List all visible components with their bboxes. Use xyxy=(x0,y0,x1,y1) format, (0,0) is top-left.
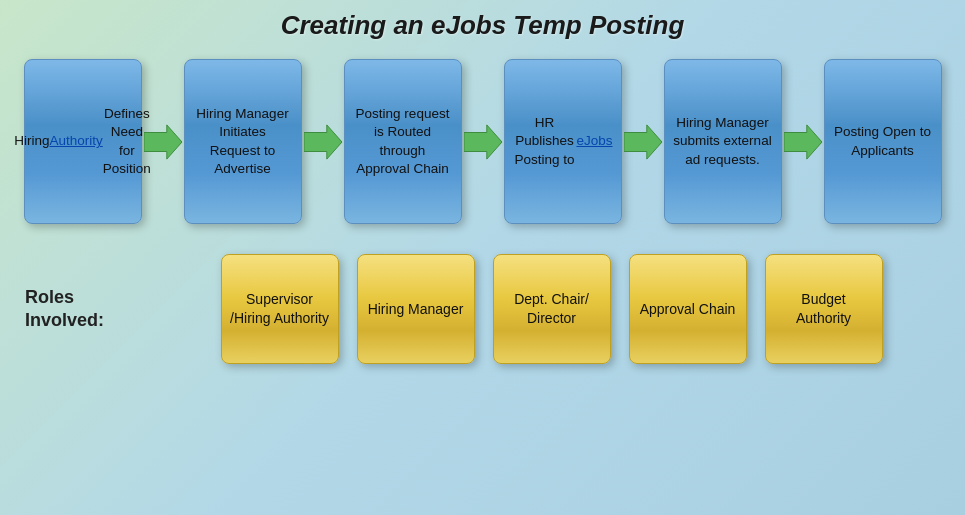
step-box-4: HR Publishes Posting to eJobs xyxy=(504,59,622,224)
step-box-3: Posting request is Routed through Approv… xyxy=(344,59,462,224)
roles-row: Supervisor /Hiring Authority Hiring Mana… xyxy=(163,254,940,364)
ejobs-link[interactable]: eJobs xyxy=(576,132,612,150)
authority-link[interactable]: Authority xyxy=(49,132,102,150)
svg-marker-2 xyxy=(464,124,502,158)
role-card-1: Supervisor /Hiring Authority xyxy=(221,254,339,364)
page-title: Creating an eJobs Temp Posting xyxy=(15,10,950,41)
page: Creating an eJobs Temp Posting Hiring Au… xyxy=(0,0,965,515)
process-row: Hiring Authority Defines Need for Positi… xyxy=(15,59,950,224)
svg-marker-0 xyxy=(144,124,182,158)
bottom-section: Roles Involved: Supervisor /Hiring Autho… xyxy=(15,254,950,364)
arrow-3 xyxy=(464,123,502,161)
arrow-1 xyxy=(144,123,182,161)
arrow-4 xyxy=(624,123,662,161)
step-box-1: Hiring Authority Defines Need for Positi… xyxy=(24,59,142,224)
step-box-6: Posting Open to Applicants xyxy=(824,59,942,224)
role-card-5: Budget Authority xyxy=(765,254,883,364)
step-box-5: Hiring Manager submits external ad reque… xyxy=(664,59,782,224)
role-card-2: Hiring Manager xyxy=(357,254,475,364)
role-card-4: Approval Chain xyxy=(629,254,747,364)
role-card-3: Dept. Chair/ Director xyxy=(493,254,611,364)
roles-label: Roles Involved: xyxy=(25,286,145,333)
arrow-2 xyxy=(304,123,342,161)
svg-marker-4 xyxy=(784,124,822,158)
step-box-2: Hiring Manager Initiates Request to Adve… xyxy=(184,59,302,224)
arrow-5 xyxy=(784,123,822,161)
svg-marker-3 xyxy=(624,124,662,158)
svg-marker-1 xyxy=(304,124,342,158)
